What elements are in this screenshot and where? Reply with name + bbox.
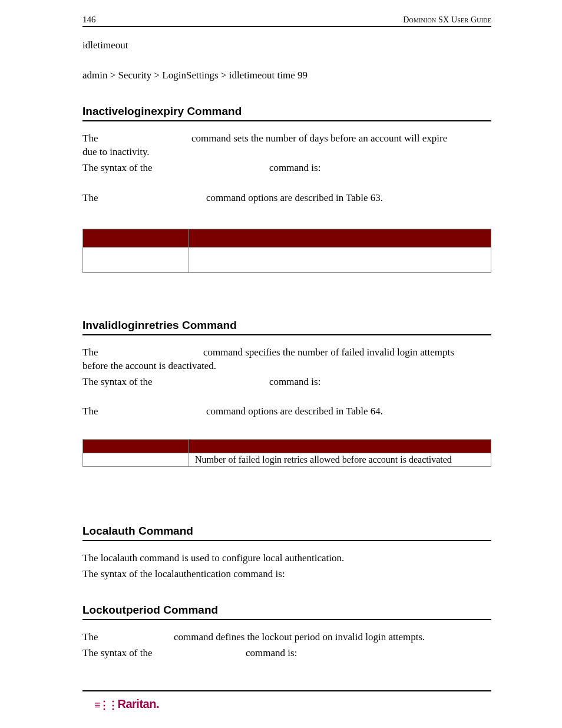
table-cell: [83, 453, 189, 467]
page-header: 146 Dominion SX User Guide: [82, 15, 491, 27]
inactive-p3: The command options are described in Tab…: [82, 192, 491, 205]
table-63: [82, 229, 491, 273]
text: before the account is deactivated.: [82, 360, 216, 371]
table-64: Number of failed login retries allowed b…: [82, 439, 491, 467]
heading-lockoutperiod: Lockoutperiod Command: [82, 604, 491, 620]
lockout-p1: The command defines the lockout period o…: [82, 631, 491, 644]
text: command is:: [246, 647, 297, 658]
table-header: [83, 229, 189, 247]
text: command sets the number of days before a…: [191, 133, 447, 144]
inactive-p1: The command sets the number of days befo…: [82, 132, 491, 159]
text: command is:: [269, 376, 320, 387]
text: command is:: [269, 162, 320, 173]
table-cell: Number of failed login retries allowed b…: [189, 453, 491, 467]
text: The: [82, 133, 98, 144]
doc-title: Dominion SX User Guide: [403, 15, 491, 25]
lockout-p2: The syntax of the command is:: [82, 647, 491, 660]
localauth-p2: The syntax of the localauthentication co…: [82, 568, 491, 581]
table-header: [83, 440, 189, 453]
page: 146 Dominion SX User Guide idletimeout a…: [0, 0, 562, 728]
table-cell: [83, 247, 189, 272]
text: The syntax of the: [82, 376, 153, 387]
inactive-p2: The syntax of the command is:: [82, 162, 491, 175]
intro-line-2: admin > Security > LoginSettings > idlet…: [82, 69, 491, 83]
table-cell: [189, 247, 491, 272]
table-header: [189, 229, 491, 247]
text: The: [82, 192, 98, 203]
heading-invalidloginretries: Invalidloginretries Command: [82, 319, 491, 335]
brand-name: Raritan.: [118, 697, 159, 710]
invalid-p1: The command specifies the number of fail…: [82, 346, 491, 373]
invalid-p2: The syntax of the command is:: [82, 375, 491, 389]
text: command defines the lockout period on in…: [174, 631, 425, 643]
text: The syntax of the: [82, 647, 153, 658]
text: command specifies the number of failed i…: [203, 347, 454, 358]
text: The: [82, 347, 98, 358]
page-footer: ≡⋮⋮Raritan.: [82, 690, 491, 711]
intro-line-1: idletimeout: [82, 39, 491, 52]
text: The: [82, 631, 98, 643]
logo-icon: ≡⋮⋮: [94, 699, 117, 711]
table-header: [189, 440, 491, 453]
text: The syntax of the: [82, 162, 153, 173]
heading-localauth: Localauth Command: [82, 525, 491, 541]
text: The: [82, 406, 98, 417]
localauth-p1: The localauth command is used to configu…: [82, 552, 491, 565]
text: command options are described in Table 6…: [206, 192, 383, 203]
page-number: 146: [82, 15, 96, 25]
text: command options are described in Table 6…: [206, 406, 383, 417]
heading-inactiveloginexpiry: Inactiveloginexpiry Command: [82, 105, 491, 121]
brand-logo: ≡⋮⋮Raritan.: [94, 697, 491, 711]
invalid-p3: The command options are described in Tab…: [82, 405, 491, 419]
text: due to inactivity.: [82, 146, 150, 157]
